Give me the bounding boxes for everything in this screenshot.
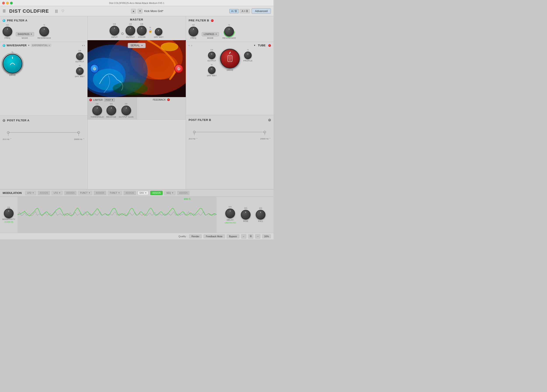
mod-assign-funct1[interactable]: ASSIGN <box>94 191 106 195</box>
pre-filter-b-knobs: Hz FREQ LOWPASS ▼ MODE % <box>186 23 274 40</box>
feedback-mute-button[interactable]: Feedback Mute <box>204 234 225 238</box>
rise-knob[interactable] <box>241 210 251 219</box>
mod-waveform: ENV 5 <box>18 197 217 233</box>
heart-icon[interactable]: ♡ <box>60 8 65 14</box>
preset-prev-button[interactable]: ▲ <box>131 9 136 13</box>
audio-in-label[interactable]: AUDIO IN <box>4 221 13 223</box>
fall-knob[interactable] <box>256 210 265 219</box>
tube-drive-label: DRIVE <box>227 69 233 71</box>
tube-drive-knob-ctrl[interactable] <box>220 49 240 68</box>
mode-label: MODE <box>22 37 28 39</box>
ab-a-button[interactable]: A / B <box>229 9 239 13</box>
quality-label: Quality : <box>178 235 187 238</box>
nav-right-arrow[interactable]: › <box>84 44 85 47</box>
waveshaper-knobs: % DRIVE dB OUTPUT <box>0 48 87 79</box>
tube-drywet-knob-ctrl[interactable] <box>208 66 216 74</box>
maximize-button[interactable] <box>10 2 13 4</box>
rise-unit: ms <box>244 207 247 209</box>
power-button-right[interactable]: ⏻ <box>174 64 183 73</box>
mod-tab-funct2[interactable]: FUNCT ▼ <box>108 191 122 195</box>
svg-rect-14 <box>228 55 232 62</box>
mod-tab-funct1[interactable]: FUNCT ▼ <box>78 191 92 195</box>
pre-filter-b-led[interactable] <box>211 19 213 22</box>
tube-output-knob-ctrl[interactable] <box>208 52 216 59</box>
freq-knob-b[interactable] <box>189 27 198 36</box>
post-filter-b-led[interactable] <box>268 119 271 121</box>
post-filter-a-led[interactable] <box>3 119 5 122</box>
mod-assign-env[interactable]: ASSIGN <box>150 191 163 195</box>
mod-tab-lfo2[interactable]: LFO ▼ <box>52 191 62 195</box>
freq-low-a[interactable]: 20.0 Hz ⌃ <box>3 138 12 140</box>
mod-tab-lfo1[interactable]: LFO ▼ <box>25 191 36 195</box>
preset-name[interactable]: Kick More Grit* <box>144 9 163 13</box>
nav-left-arrow[interactable]: ‹ <box>82 44 83 47</box>
post-dropdown[interactable]: POST ▼ <box>104 98 115 101</box>
undo-button[interactable]: ← <box>241 234 246 239</box>
input-knob[interactable] <box>110 26 119 35</box>
limiter-led[interactable] <box>89 99 92 101</box>
close-button[interactable] <box>2 2 5 4</box>
tube-profile-knob-ctrl[interactable] <box>244 52 252 59</box>
filter-curve-svg-b <box>189 123 271 136</box>
waveshaper-type[interactable]: EXPONENTIAL ▼ <box>31 44 51 47</box>
hamburger-menu-icon[interactable]: ☰ <box>3 9 6 13</box>
minimize-button[interactable] <box>6 2 9 4</box>
bypass-button[interactable]: Bypass <box>227 234 239 238</box>
output-gain-knob-container: dB OUTPUT GAIN <box>119 103 133 118</box>
tube-title-arrow[interactable]: ▼ <box>253 44 256 47</box>
mod-assign-lfo1[interactable]: ASSIGN <box>38 191 50 195</box>
freq-high-a[interactable]: 20000 Hz ⌃ <box>74 138 85 140</box>
threshold-knob[interactable] <box>92 106 102 115</box>
pre-filter-a-resonance: % RESONANCE <box>38 24 51 39</box>
dry-wet-knob-master[interactable] <box>155 28 162 35</box>
freq-high-b[interactable]: 20000 Hz ⌃ <box>260 138 271 140</box>
color-knob[interactable] <box>137 26 147 35</box>
output-gain-knob[interactable] <box>121 106 131 115</box>
menu-button[interactable]: ☰ <box>248 234 253 239</box>
redo-button[interactable]: → <box>255 234 260 239</box>
lock-icon[interactable]: 🔒 <box>148 29 152 33</box>
mode-dropdown[interactable]: BANDPASS ▼ <box>16 32 34 36</box>
release-knob[interactable] <box>107 106 116 115</box>
mod-tab-seq[interactable]: SEQ ▼ <box>164 191 176 195</box>
delay-knob[interactable] <box>225 209 235 218</box>
mod-assign-funct2[interactable]: ASSIGN <box>124 191 136 195</box>
tube-led[interactable] <box>268 44 271 47</box>
ab-copy-button[interactable]: A > B <box>239 9 250 13</box>
delay-sync-label[interactable]: UNSYNCED <box>225 222 236 224</box>
mod-assign-seq[interactable]: ASSIGN <box>177 191 190 195</box>
input-label: INPUT <box>111 36 118 38</box>
mod-tab-env[interactable]: ENV ▼ <box>138 191 149 195</box>
tube-nav-left[interactable]: ‹ <box>189 44 190 47</box>
waveshaper-title-arrow[interactable]: ▼ <box>28 44 30 46</box>
mode-dropdown-b[interactable]: LOWPASS ▼ <box>202 32 219 36</box>
pre-filter-a-led[interactable] <box>3 19 5 22</box>
resonance-knob[interactable] <box>39 27 49 36</box>
link-icon[interactable]: ⊙ <box>121 32 124 36</box>
waveshaper-led[interactable] <box>3 44 5 47</box>
preset-next-button[interactable]: ▼ <box>138 9 143 13</box>
limiter-header: LIMITER POST ▼ <box>89 98 135 101</box>
dry-wet-knob[interactable] <box>76 67 84 75</box>
freq-low-b[interactable]: 20.0 Hz ⌃ <box>189 138 198 140</box>
rise-label: RISE <box>243 220 248 222</box>
output-knob-master[interactable] <box>126 26 135 35</box>
tube-section: ‹ › ▼ TUBE dB OUTPUT % <box>186 42 274 115</box>
power-button-left[interactable]: ⏻ <box>90 64 99 73</box>
advanced-button[interactable]: Advanced <box>252 8 271 14</box>
output-knob[interactable] <box>76 53 84 60</box>
freq-knob[interactable] <box>3 27 12 36</box>
drive-knob[interactable] <box>3 54 22 73</box>
color-label: COLOR <box>138 36 146 38</box>
render-button[interactable]: Render <box>189 234 202 238</box>
tube-header: ‹ › ▼ TUBE <box>187 43 273 48</box>
pre-filter-a-title: PRE FILTER A <box>7 19 27 22</box>
bars-icon[interactable]: ||| <box>54 8 59 14</box>
feedback-led[interactable] <box>167 98 170 101</box>
tube-nav-right[interactable]: › <box>191 44 192 47</box>
mod-assign-lfo2[interactable]: ASSIGN <box>64 191 77 195</box>
delay-knob-container: ms DELAY UNSYNCED <box>225 206 236 224</box>
serial-dropdown[interactable]: SERIAL ▼ <box>128 43 146 48</box>
sensitivity-knob[interactable] <box>4 209 14 218</box>
limiter-feedback-area: LIMITER POST ▼ dB THRESHOLD ms RELEASE <box>88 97 186 120</box>
